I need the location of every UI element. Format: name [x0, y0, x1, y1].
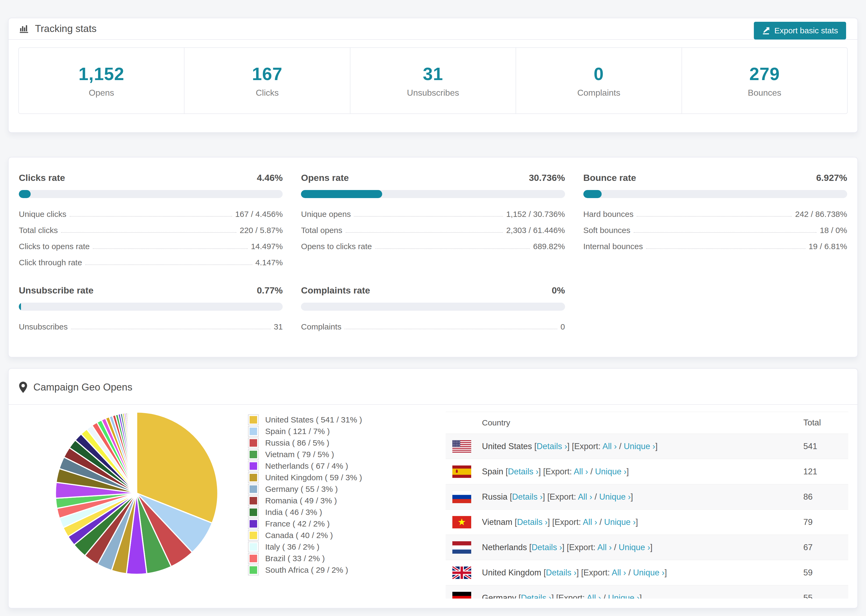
geo-table-row-ru: Russia [Details ›] [Export: All › / Uniq… [446, 484, 848, 509]
stat-opens-value: 1,152 [79, 64, 124, 84]
rate-head-clicks: Clicks rate4.46% [19, 173, 283, 183]
geo-row-total: 59 [803, 568, 812, 578]
campaign-geo-opens-card: Campaign Geo Opens United States ( 541 /… [8, 368, 858, 608]
rate-rows-bounce: Hard bounces242 / 86.738%Soft bounces18 … [583, 206, 847, 255]
rate-row: Hard bounces242 / 86.738% [583, 206, 847, 222]
dotted-leader [345, 329, 557, 329]
rate-title-opens: Opens rate [301, 173, 349, 183]
export-unique-link[interactable]: Unique › [595, 467, 627, 476]
country-name: United Kingdom [482, 568, 543, 577]
details-link[interactable]: Details › [546, 568, 576, 577]
rate-title-clicks: Clicks rate [19, 173, 65, 183]
rate-row: Click through rate4.147% [19, 255, 283, 271]
rate-row: Total clicks220 / 5.87% [19, 222, 283, 238]
geo-opens-table: Country Total United States [Details ›] … [446, 412, 848, 599]
legend-color-swatch [249, 531, 258, 540]
country-name: Germany [482, 593, 518, 599]
rate-rows-clicks: Unique clicks167 / 4.456%Total clicks220… [19, 206, 283, 271]
legend-color-swatch [249, 508, 258, 517]
rate-row: Soft bounces18 / 0% [583, 222, 847, 238]
rate-progressbar-fill-opens [301, 190, 382, 198]
dotted-leader [85, 264, 252, 265]
legend-color-swatch [249, 519, 258, 529]
export-all-link[interactable]: All › [578, 492, 592, 501]
export-all-link[interactable]: All › [587, 593, 601, 599]
rate-value-bounce: 6.927% [816, 173, 847, 183]
dotted-leader [346, 232, 503, 233]
export-unique-link[interactable]: Unique › [599, 492, 631, 501]
legend-item-romania: Romania ( 49 / 3% ) [249, 495, 362, 506]
details-link[interactable]: Details › [512, 492, 543, 501]
details-link[interactable]: Details › [531, 543, 562, 552]
rate-section-complaints: Complaints rate0%Complaints0 [301, 285, 565, 335]
rate-row-value: 18 / 0% [820, 226, 847, 235]
rate-row-value: 689.82% [533, 242, 565, 251]
country-name: Vietnam [482, 517, 515, 527]
geo-row-total: 55 [803, 593, 812, 599]
export-button-label: Export basic stats [774, 26, 838, 35]
rate-row-value: 167 / 4.456% [235, 210, 283, 219]
details-link[interactable]: Details › [521, 593, 552, 599]
export-all-link[interactable]: All › [602, 442, 617, 451]
export-basic-stats-button[interactable]: Export basic stats [754, 22, 846, 39]
rates-grid: Clicks rate4.46%Unique clicks167 / 4.456… [9, 157, 857, 335]
country-name: Spain [482, 467, 505, 476]
rate-row-label: Complaints [301, 322, 341, 332]
rate-section-unsubscribe: Unsubscribe rate0.77%Unsubscribes31 [19, 285, 283, 335]
map-pin-icon [19, 382, 27, 393]
rate-title-bounce: Bounce rate [583, 173, 636, 183]
rate-row: Total opens2,303 / 61.446% [301, 222, 565, 238]
geo-row-country-cell: Vietnam [Details ›] [Export: All › / Uni… [482, 517, 638, 527]
export-all-link[interactable]: All › [574, 467, 588, 476]
legend-item-india: India ( 46 / 3% ) [249, 506, 362, 518]
dotted-leader [354, 216, 503, 217]
rate-head-opens: Opens rate30.736% [301, 173, 565, 183]
rate-row-label: Total opens [301, 226, 342, 235]
export-unique-link[interactable]: Unique › [633, 568, 664, 577]
legend-label: France ( 42 / 2% ) [265, 519, 330, 528]
legend-label: United Kingdom ( 59 / 3% ) [265, 473, 362, 482]
legend-item-brazil: Brazil ( 33 / 2% ) [249, 553, 362, 564]
legend-label: Vietnam ( 79 / 5% ) [265, 450, 334, 459]
dotted-leader [61, 232, 236, 233]
legend-color-swatch [249, 473, 258, 482]
details-link[interactable]: Details › [508, 467, 539, 476]
export-all-link[interactable]: All › [597, 543, 612, 552]
rate-rows-complaints: Complaints0 [301, 319, 565, 335]
country-name: Netherlands [482, 543, 529, 552]
legend-item-canada: Canada ( 40 / 2% ) [249, 530, 362, 541]
geo-row-total: 79 [803, 517, 812, 527]
geo-table-body: United States [Details ›] [Export: All ›… [446, 434, 848, 599]
legend-color-swatch [249, 461, 258, 471]
legend-label: Spain ( 121 / 7% ) [265, 427, 330, 436]
rate-row-value: 1,152 / 30.736% [506, 210, 565, 219]
legend-label: Canada ( 40 / 2% ) [265, 531, 333, 540]
rate-row-value: 14.497% [251, 242, 283, 251]
export-unique-link[interactable]: Unique › [608, 593, 639, 599]
geo-table-row-vn: Vietnam [Details ›] [Export: All › / Uni… [446, 509, 848, 534]
export-all-link[interactable]: All › [583, 517, 597, 527]
dotted-leader [93, 248, 247, 249]
rate-row: Internal bounces19 / 6.81% [583, 238, 847, 255]
export-unique-link[interactable]: Unique › [624, 442, 655, 451]
dotted-leader [634, 232, 817, 233]
legend-item-netherlands: Netherlands ( 67 / 4% ) [249, 460, 362, 472]
dotted-leader [71, 329, 271, 329]
geo-table-row-nl: Netherlands [Details ›] [Export: All › /… [446, 534, 848, 560]
export-unique-link[interactable]: Unique › [619, 543, 650, 552]
legend-label: Romania ( 49 / 3% ) [265, 496, 337, 505]
rate-row: Unique opens1,152 / 30.736% [301, 206, 565, 222]
details-link[interactable]: Details › [517, 517, 548, 527]
dotted-leader [375, 248, 530, 249]
rate-head-bounce: Bounce rate6.927% [583, 173, 847, 183]
rate-progressbar-clicks [19, 190, 283, 198]
export-unique-link[interactable]: Unique › [604, 517, 636, 527]
export-all-link[interactable]: All › [612, 568, 626, 577]
stat-bounces-label: Bounces [748, 88, 781, 98]
details-link[interactable]: Details › [537, 442, 567, 451]
rate-row-label: Hard bounces [583, 210, 634, 219]
rate-row-label: Soft bounces [583, 226, 630, 235]
geo-row-country-cell: Spain [Details ›] [Export: All › / Uniqu… [482, 467, 629, 476]
legend-label: India ( 46 / 3% ) [265, 508, 322, 517]
stat-clicks-label: Clicks [256, 88, 279, 98]
